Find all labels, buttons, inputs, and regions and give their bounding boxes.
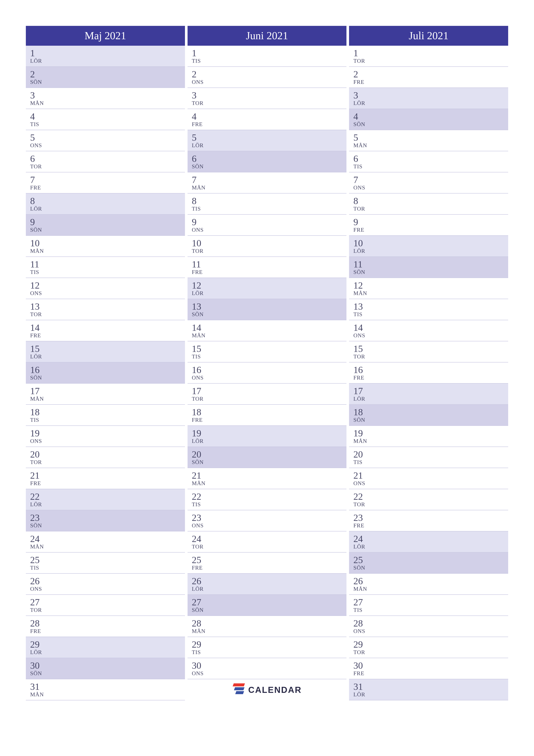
day-cell: 27TOR xyxy=(26,595,185,616)
day-abbr: LÖR xyxy=(30,501,185,508)
day-number: 30 xyxy=(192,661,347,671)
day-number: 15 xyxy=(192,344,347,354)
day-abbr: LÖR xyxy=(30,649,185,656)
day-cell: 15TIS xyxy=(188,341,347,363)
month-column: Juli 20211TOR2FRE3LÖR4SÖN5MÅN6TIS7ONS8TO… xyxy=(349,26,508,739)
day-number: 12 xyxy=(353,281,508,290)
month-header: Juli 2021 xyxy=(349,26,508,46)
day-abbr: LÖR xyxy=(192,142,347,149)
day-abbr: MÅN xyxy=(192,628,347,634)
day-abbr: MÅN xyxy=(192,184,347,191)
day-cell: 12LÖR xyxy=(188,278,347,299)
day-cell: 18FRE xyxy=(188,405,347,426)
day-cell: 9SÖN xyxy=(26,215,185,236)
day-cell: 14MÅN xyxy=(188,320,347,341)
day-number: 8 xyxy=(192,196,347,206)
day-cell: 26LÖR xyxy=(188,574,347,595)
day-cell: 1TOR xyxy=(349,46,508,67)
day-abbr: TIS xyxy=(30,565,185,571)
day-abbr: LÖR xyxy=(30,205,185,212)
day-number: 21 xyxy=(192,471,347,481)
day-abbr: LÖR xyxy=(30,353,185,360)
day-cell: 11FRE xyxy=(188,257,347,278)
day-number: 9 xyxy=(30,217,185,227)
day-cell: 8TIS xyxy=(188,194,347,215)
day-number: 6 xyxy=(353,154,508,164)
day-cell: 4FRE xyxy=(188,109,347,130)
day-number: 18 xyxy=(30,407,185,417)
day-abbr: SÖN xyxy=(192,163,347,170)
day-number: 21 xyxy=(353,471,508,481)
day-number: 7 xyxy=(353,175,508,185)
day-number: 18 xyxy=(192,407,347,417)
day-number: 2 xyxy=(353,69,508,79)
day-number: 3 xyxy=(30,91,185,100)
day-abbr: LÖR xyxy=(353,100,508,106)
day-cell: 24MÅN xyxy=(26,531,185,553)
day-abbr: ONS xyxy=(30,142,185,149)
day-cell: 29TIS xyxy=(188,637,347,658)
day-number: 14 xyxy=(353,323,508,333)
day-abbr: TIS xyxy=(30,269,185,275)
day-number: 30 xyxy=(30,661,185,671)
day-cell: 22TIS xyxy=(188,489,347,510)
day-number: 23 xyxy=(30,513,185,523)
day-number: 21 xyxy=(30,471,185,481)
day-number: 9 xyxy=(192,217,347,227)
day-number: 11 xyxy=(353,259,508,269)
day-number: 27 xyxy=(353,597,508,607)
day-abbr: LÖR xyxy=(192,290,347,297)
day-abbr: TOR xyxy=(30,163,185,170)
day-abbr: SÖN xyxy=(30,523,185,529)
day-cell: 7ONS xyxy=(349,173,508,194)
day-number: 24 xyxy=(30,534,185,544)
day-number: 7 xyxy=(30,175,185,185)
day-cell: 17MÅN xyxy=(26,384,185,405)
day-number: 19 xyxy=(353,428,508,438)
day-number: 9 xyxy=(353,217,508,227)
day-cell: 19ONS xyxy=(26,426,185,447)
day-cell: 21ONS xyxy=(349,468,508,489)
day-abbr: MÅN xyxy=(192,332,347,339)
day-abbr: SÖN xyxy=(353,121,508,127)
day-number: 23 xyxy=(353,513,508,523)
day-number: 17 xyxy=(30,386,185,396)
day-cell: 27TIS xyxy=(349,595,508,616)
day-cell: 3TOR xyxy=(188,88,347,109)
day-abbr: ONS xyxy=(353,184,508,191)
day-number: 28 xyxy=(30,618,185,629)
day-cell: 24LÖR xyxy=(349,531,508,553)
day-cell: 13TOR xyxy=(26,299,185,320)
day-number: 20 xyxy=(192,449,347,459)
day-abbr: ONS xyxy=(353,628,508,634)
day-number: 23 xyxy=(192,513,347,523)
day-number: 8 xyxy=(30,196,185,206)
day-number: 26 xyxy=(192,576,347,586)
day-abbr: TIS xyxy=(192,58,347,64)
day-abbr: TIS xyxy=(192,205,347,212)
day-cell: 14FRE xyxy=(26,320,185,341)
day-abbr: TIS xyxy=(30,417,185,423)
month-column: Juni 20211TIS2ONS3TOR4FRE5LÖR6SÖN7MÅN8TI… xyxy=(188,26,347,739)
day-abbr: SÖN xyxy=(353,269,508,275)
day-cell: 26MÅN xyxy=(349,574,508,595)
day-cell: 19MÅN xyxy=(349,426,508,447)
day-abbr: FRE xyxy=(30,628,185,634)
day-cell: 10MÅN xyxy=(26,236,185,257)
day-number: 19 xyxy=(192,428,347,438)
day-abbr: MÅN xyxy=(30,248,185,254)
day-cell: 4SÖN xyxy=(349,109,508,130)
day-number: 10 xyxy=(30,238,185,248)
day-number: 27 xyxy=(192,597,347,607)
day-number: 31 xyxy=(30,682,185,692)
day-abbr: FRE xyxy=(353,670,508,677)
day-abbr: LÖR xyxy=(192,586,347,592)
day-number: 4 xyxy=(192,112,347,122)
day-number: 5 xyxy=(353,133,508,143)
day-number: 25 xyxy=(353,555,508,565)
day-abbr: TOR xyxy=(192,544,347,550)
day-cell: 30SÖN xyxy=(26,658,185,679)
day-number: 12 xyxy=(30,281,185,290)
day-number: 12 xyxy=(192,281,347,290)
day-abbr: TOR xyxy=(30,607,185,613)
